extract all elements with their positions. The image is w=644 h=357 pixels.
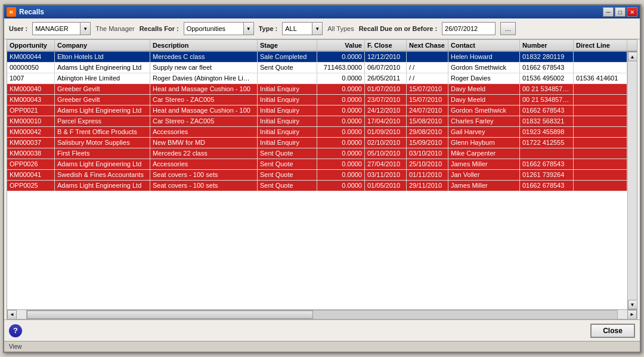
cell-direct bbox=[574, 63, 627, 73]
table-row[interactable]: OPP0021Adams Light Engineering LtdHeat a… bbox=[7, 105, 627, 116]
cell-opp: KM000042 bbox=[7, 127, 55, 137]
cell-desc: Heat and Massage Cushion - 100 bbox=[150, 105, 258, 116]
scroll-track bbox=[628, 62, 637, 299]
cell-company: Adams Light Engineering Ltd bbox=[55, 181, 150, 191]
cell-desc: Mercedes 22 class bbox=[150, 148, 258, 159]
header-nextchase: Next Chase bbox=[407, 40, 448, 51]
cell-stage: Initial Enquiry bbox=[258, 127, 317, 137]
toolbar: User : ▼ The Manager Recalls For : ▼ Typ… bbox=[4, 18, 640, 39]
type-input[interactable] bbox=[282, 22, 312, 35]
cell-fclose: 01/09/2010 bbox=[365, 127, 407, 137]
table-row[interactable]: KM000040Greeber GeviltHeat and Massage C… bbox=[7, 84, 627, 95]
table-row[interactable]: KM000010Parcel ExpressCar Stereo - ZAC00… bbox=[7, 116, 627, 127]
user-input[interactable] bbox=[32, 22, 80, 35]
vertical-scrollbar[interactable]: ▲ ▼ bbox=[627, 52, 637, 309]
cell-fclose: 27/04/2010 bbox=[365, 159, 407, 169]
type-dropdown-arrow[interactable]: ▼ bbox=[312, 22, 323, 35]
table-row[interactable]: KM000037Salisbury Motor SuppliesNew BMW … bbox=[7, 138, 627, 148]
h-scroll-thumb[interactable] bbox=[27, 311, 313, 319]
cell-contact: Gordon Smethwick bbox=[448, 105, 520, 116]
cell-value: 0.0000 bbox=[317, 73, 365, 83]
cell-opp: OPP0021 bbox=[7, 105, 55, 116]
cell-contact: Helen Howard bbox=[448, 52, 520, 62]
table-row[interactable]: OPP0025Adams Light Engineering LtdSeat c… bbox=[7, 181, 627, 191]
cell-fclose: 01/05/2010 bbox=[365, 181, 407, 191]
minimize-button[interactable]: ─ bbox=[603, 7, 614, 17]
cell-direct bbox=[574, 170, 627, 180]
cell-number: 01261 739264 bbox=[520, 170, 574, 180]
cell-direct: 01536 414601 bbox=[574, 73, 627, 83]
cell-direct bbox=[574, 138, 627, 148]
cell-nextchase: 15/07/2010 bbox=[407, 95, 448, 105]
cell-contact: Mike Carpenter bbox=[448, 148, 520, 159]
cell-contact: Davy Meeld bbox=[448, 95, 520, 105]
window-icon: R bbox=[7, 7, 16, 17]
cell-opp: OPP0025 bbox=[7, 181, 55, 191]
cell-fclose: 02/10/2010 bbox=[365, 138, 407, 148]
user-dropdown[interactable]: ▼ bbox=[32, 22, 91, 35]
grid-body-container: KM000044Elton Hotels LtdMercedes C class… bbox=[7, 52, 637, 309]
data-grid: Opportunity Company Description Stage Va… bbox=[7, 39, 637, 319]
cell-company: Adams Light Engineering Ltd bbox=[55, 105, 150, 116]
cell-number: 01832 568321 bbox=[520, 116, 574, 126]
cell-direct bbox=[574, 181, 627, 191]
cell-nextchase: 03/10/2010 bbox=[407, 148, 448, 159]
cell-number: 01722 412555 bbox=[520, 138, 574, 148]
cell-value: 0.0000 bbox=[317, 116, 365, 126]
cell-value: 0.0000 bbox=[317, 148, 365, 159]
cell-desc: Car Stereo - ZAC005 bbox=[150, 116, 258, 126]
scroll-left-arrow[interactable]: ◄ bbox=[7, 310, 17, 319]
cell-company: Abington Hire Limited bbox=[55, 73, 150, 83]
recalls-for-dropdown[interactable]: ▼ bbox=[184, 22, 254, 35]
header-opportunity: Opportunity bbox=[7, 40, 55, 51]
table-row[interactable]: KM000041Swedish & Fines AccountantsSeat … bbox=[7, 170, 627, 181]
cell-nextchase: 15/08/2010 bbox=[407, 116, 448, 126]
table-row[interactable]: 00000050Adams Light Engineering LtdSuppl… bbox=[7, 63, 627, 73]
cell-stage: Initial Enquiry bbox=[258, 138, 317, 148]
header-value: Value bbox=[317, 40, 365, 51]
grid-header: Opportunity Company Description Stage Va… bbox=[7, 40, 637, 52]
recalls-for-input[interactable] bbox=[184, 22, 243, 35]
grid-body: KM000044Elton Hotels LtdMercedes C class… bbox=[7, 52, 627, 309]
close-button[interactable]: Close bbox=[590, 324, 635, 338]
cell-contact: James Miller bbox=[448, 159, 520, 169]
table-row[interactable]: OPP0026Adams Light Engineering LtdAccess… bbox=[7, 159, 627, 170]
table-row[interactable]: KM000043Greeber GeviltCar Stereo - ZAC00… bbox=[7, 95, 627, 105]
svg-text:R: R bbox=[10, 10, 13, 15]
maximize-button[interactable]: □ bbox=[615, 7, 626, 17]
cell-nextchase: / / bbox=[407, 73, 448, 83]
help-button[interactable]: ? bbox=[9, 324, 22, 337]
table-row[interactable]: KM000038First FleetsMercedes 22 classSen… bbox=[7, 148, 627, 159]
recall-date-input[interactable] bbox=[442, 22, 496, 35]
header-direct: Direct Line bbox=[574, 40, 627, 51]
horizontal-scrollbar[interactable]: ◄ ► bbox=[7, 309, 637, 319]
cell-fclose: 03/11/2010 bbox=[365, 170, 407, 180]
table-row[interactable]: KM000042B & F Trent Office ProductsAcces… bbox=[7, 127, 627, 138]
cell-contact: Roger Davies bbox=[448, 73, 520, 83]
cell-nextchase: 15/07/2010 bbox=[407, 84, 448, 94]
cell-stage: Initial Enquiry bbox=[258, 105, 317, 116]
footer: ? Close bbox=[4, 319, 640, 341]
user-dropdown-arrow[interactable]: ▼ bbox=[80, 22, 91, 35]
cell-company: Salisbury Motor Supplies bbox=[55, 138, 150, 148]
cell-direct bbox=[574, 52, 627, 62]
scroll-up-arrow[interactable]: ▲ bbox=[628, 52, 637, 61]
recall-due-label: Recall Due on or Before : bbox=[359, 25, 437, 32]
table-row[interactable]: KM000044Elton Hotels LtdMercedes C class… bbox=[7, 52, 627, 63]
cell-number: 01536 495002 bbox=[520, 73, 574, 83]
cell-number: 01923 455898 bbox=[520, 127, 574, 137]
cell-value: 0.0000 bbox=[317, 95, 365, 105]
header-stage: Stage bbox=[258, 40, 317, 51]
cell-nextchase: 29/11/2010 bbox=[407, 181, 448, 191]
scroll-right-arrow[interactable]: ► bbox=[627, 310, 637, 319]
cell-contact: James Miller bbox=[448, 181, 520, 191]
scroll-down-arrow[interactable]: ▼ bbox=[628, 300, 637, 309]
window-close-button[interactable]: ✕ bbox=[627, 7, 637, 17]
table-row[interactable]: 1007Abington Hire LimitedRoger Davies (A… bbox=[7, 73, 627, 84]
cell-direct bbox=[574, 105, 627, 116]
recalls-for-dropdown-arrow[interactable]: ▼ bbox=[243, 22, 254, 35]
cell-fclose: 06/07/2010 bbox=[365, 63, 407, 73]
type-dropdown[interactable]: ▼ bbox=[282, 22, 323, 35]
cell-opp: KM000043 bbox=[7, 95, 55, 105]
browse-date-button[interactable]: … bbox=[500, 22, 516, 35]
